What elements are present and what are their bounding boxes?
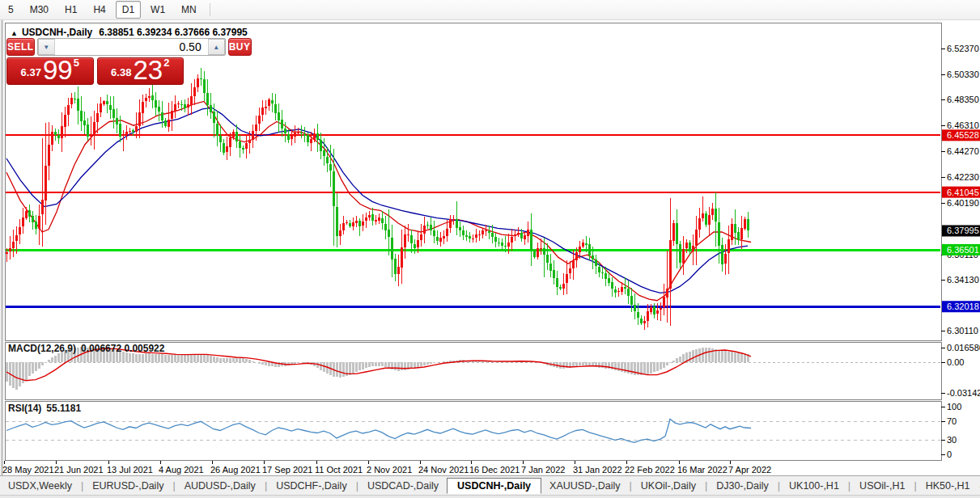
buy-price-big: 23 <box>133 59 163 82</box>
tab-usoil-h1[interactable]: USOil-,H1 <box>851 479 913 493</box>
date-label: 4 Aug 2021 <box>159 465 204 475</box>
date-label: 16 Dec 2021 <box>469 465 520 475</box>
buy-price-sup: 2 <box>163 57 169 69</box>
tab-separator: | <box>81 480 83 492</box>
svg-text:6.41045: 6.41045 <box>947 188 979 197</box>
timeframe-toolbar: 5M30H1H4D1W1MN <box>0 0 980 20</box>
symbol-tab-bar: USDX,Weekly|EURUSD-,Daily|AUDUSD-,Daily|… <box>0 475 980 496</box>
tab-xauusd-daily[interactable]: XAUUSD-,Daily <box>541 479 629 493</box>
tab-separator: | <box>265 480 267 492</box>
trading-platform-window: 6.523706.503306.483506.463106.442706.422… <box>0 0 980 498</box>
date-label: 31 Jan 2022 <box>573 465 622 475</box>
macd-indicator-label: MACD(12,26,9)0.006672 0.005922 <box>8 343 169 354</box>
svg-text:6.40190: 6.40190 <box>947 198 979 208</box>
date-label: 21 Jun 2021 <box>54 465 104 475</box>
tab-ukoil-daily[interactable]: UKOil-,Daily <box>633 479 704 493</box>
svg-text:6.44270: 6.44270 <box>947 146 979 156</box>
date-label: 11 Oct 2021 <box>315 465 363 475</box>
timeframe-button-h1[interactable]: H1 <box>58 1 83 19</box>
svg-text:0: 0 <box>947 449 952 459</box>
sell-price-small: 6.37 <box>21 66 41 78</box>
date-label: 13 Jul 2021 <box>107 465 153 475</box>
volume-stepper: ▼ ▲ <box>37 38 226 56</box>
tab-separator: | <box>630 480 632 492</box>
svg-text:6.37995: 6.37995 <box>947 226 979 235</box>
tab-separator: | <box>848 480 851 492</box>
svg-text:6.36501: 6.36501 <box>947 245 979 255</box>
sell-price-sup: 5 <box>74 57 79 69</box>
svg-text:6.30110: 6.30110 <box>947 326 978 336</box>
timeframe-button-m30[interactable]: M30 <box>23 1 55 19</box>
svg-text:6.46310: 6.46310 <box>947 120 979 130</box>
timeframe-button-mn[interactable]: MN <box>175 1 203 19</box>
tab-dj30-daily[interactable]: DJ30-,Daily <box>708 479 777 493</box>
date-label: 22 Feb 2022 <box>625 465 675 475</box>
svg-text:70: 70 <box>947 416 957 426</box>
tab-usdcad-daily[interactable]: USDCAD-,Daily <box>359 479 447 493</box>
tab-usdchf-daily[interactable]: USDCHF-,Daily <box>268 479 355 493</box>
date-label: 7 Apr 2022 <box>728 465 771 475</box>
svg-text:6.50330: 6.50330 <box>947 70 979 79</box>
window-bottom-strip <box>0 495 980 498</box>
chart-symbol-label: USDCNH-,Daily <box>22 27 92 38</box>
toolbar-separator <box>210 3 210 16</box>
svg-text:6.52370: 6.52370 <box>947 44 979 53</box>
tab-separator: | <box>914 480 916 492</box>
rsi-indicator-label: RSI(14)55.1181 <box>8 403 86 414</box>
tab-usdx-weekly[interactable]: USDX,Weekly <box>0 479 80 493</box>
date-label: 2 Nov 2021 <box>367 465 412 475</box>
svg-text:6.34130: 6.34130 <box>947 275 979 285</box>
tab-separator: | <box>778 480 780 492</box>
tab-separator: | <box>705 480 707 492</box>
buy-button[interactable]: BUY <box>228 38 252 56</box>
date-label: 17 Sep 2021 <box>262 465 312 475</box>
svg-text:6.42230: 6.42230 <box>947 172 979 182</box>
svg-text:6.32018: 6.32018 <box>947 302 979 311</box>
sell-button[interactable]: SELL <box>6 38 35 56</box>
buy-price-panel[interactable]: 6.38 23 2 <box>97 57 185 85</box>
sell-price-panel[interactable]: 6.37 99 5 <box>6 57 94 85</box>
sell-price-big: 99 <box>43 59 73 82</box>
svg-text:0.016586: 0.016586 <box>947 343 980 352</box>
volume-increase-button[interactable]: ▲ <box>208 39 225 55</box>
tab-usdcnh-daily[interactable]: USDCNH-,Daily <box>447 478 541 494</box>
collapse-chart-icon[interactable]: ▲ <box>11 29 18 37</box>
timeframe-button-h4[interactable]: H4 <box>87 1 112 19</box>
timeframe-button-5[interactable]: 5 <box>2 1 20 19</box>
svg-text:6.45528: 6.45528 <box>947 130 979 140</box>
tab-hk50-h1[interactable]: HK50-,H1 <box>918 479 978 493</box>
svg-text:-0.031421: -0.031421 <box>947 388 980 398</box>
chart-title: ▲USDCNH-,Daily6.38851 6.39234 6.37666 6.… <box>11 27 248 38</box>
tab-eurusd-daily[interactable]: EURUSD-,Daily <box>84 479 172 493</box>
tab-separator: | <box>356 480 358 492</box>
date-label: 28 May 2021 <box>2 465 54 475</box>
tab-audusd-daily[interactable]: AUDUSD-,Daily <box>176 479 264 493</box>
svg-text:6.48350: 6.48350 <box>947 95 979 104</box>
chart-ohlc-values: 6.38851 6.39234 6.37666 6.37995 <box>99 27 248 38</box>
date-label: 26 Aug 2021 <box>210 465 261 475</box>
date-label: 7 Jan 2022 <box>521 465 565 475</box>
svg-text:30: 30 <box>947 435 957 445</box>
volume-input[interactable] <box>55 39 208 55</box>
one-click-trade-panel: SELL ▼ ▲ BUY 6.37 99 5 6.38 23 2 <box>6 38 184 85</box>
volume-decrease-button[interactable]: ▼ <box>38 39 55 55</box>
date-label: 24 Nov 2021 <box>418 465 469 475</box>
timeframe-button-w1[interactable]: W1 <box>144 1 172 19</box>
timeframe-button-d1[interactable]: D1 <box>116 1 141 19</box>
buy-price-small: 6.38 <box>111 66 131 78</box>
tab-separator: | <box>172 480 175 492</box>
svg-text:0.00: 0.00 <box>947 357 964 367</box>
svg-text:100: 100 <box>947 402 961 411</box>
date-label: 16 Mar 2022 <box>677 465 728 475</box>
tab-uk100-h1[interactable]: UK100-,H1 <box>781 479 847 493</box>
